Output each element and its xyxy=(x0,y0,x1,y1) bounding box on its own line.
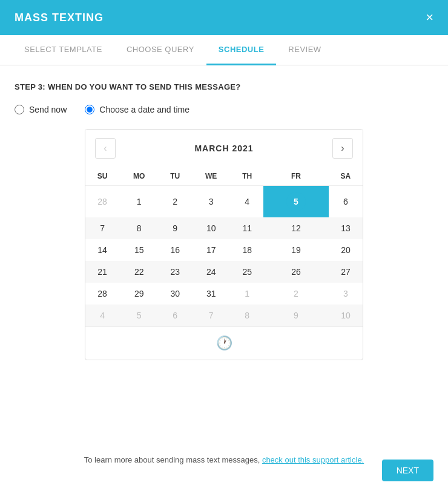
calendar-day-cell[interactable]: 18 xyxy=(231,239,263,261)
tab-select-template[interactable]: SELECT TEMPLATE xyxy=(12,35,114,65)
calendar-day-cell[interactable]: 7 xyxy=(191,305,231,326)
time-icon-row: 🕐 xyxy=(85,326,363,360)
calendar-day-cell[interactable]: 21 xyxy=(85,261,119,283)
calendar-grid: SU MO TU WE TH FR SA 2812345678910111213… xyxy=(85,167,363,326)
weekday-we: WE xyxy=(191,167,231,186)
calendar-day-cell[interactable]: 2 xyxy=(159,186,191,218)
footer-static-text: To learn more about sending mass text me… xyxy=(84,455,260,464)
calendar-day-cell[interactable]: 6 xyxy=(329,186,363,218)
choose-date-radio[interactable] xyxy=(85,105,94,114)
calendar-day-cell[interactable]: 20 xyxy=(329,239,363,261)
calendar-week-row: 45678910 xyxy=(85,305,363,326)
calendar-day-cell[interactable]: 2 xyxy=(263,283,329,305)
calendar-header: ‹ MARCH 2021 › xyxy=(85,130,363,167)
calendar-prev-button[interactable]: ‹ xyxy=(95,138,116,159)
tab-choose-query[interactable]: CHOOSE QUERY xyxy=(114,35,206,65)
calendar-day-cell[interactable]: 4 xyxy=(231,186,263,218)
calendar-day-cell[interactable]: 1 xyxy=(231,283,263,305)
calendar-next-button[interactable]: › xyxy=(332,138,353,159)
modal-title: MASS TEXTING xyxy=(15,12,104,24)
calendar-day-cell[interactable]: 26 xyxy=(263,261,329,283)
calendar-week-row: 78910111213 xyxy=(85,217,363,239)
send-now-radio[interactable] xyxy=(15,105,24,114)
calendar-week-row: 21222324252627 xyxy=(85,261,363,283)
calendar-day-cell[interactable]: 10 xyxy=(329,305,363,326)
calendar-day-cell[interactable]: 8 xyxy=(119,217,159,239)
calendar-day-cell[interactable]: 7 xyxy=(85,217,119,239)
weekday-th: TH xyxy=(231,167,263,186)
weekday-tu: TU xyxy=(159,167,191,186)
calendar-month-year: MARCH 2021 xyxy=(194,143,253,153)
calendar-day-cell[interactable]: 5 xyxy=(119,305,159,326)
send-now-label[interactable]: Send now xyxy=(15,105,67,114)
calendar-day-cell[interactable]: 15 xyxy=(119,239,159,261)
modal: MASS TEXTING × SELECT TEMPLATE CHOOSE QU… xyxy=(0,0,448,491)
tab-schedule[interactable]: SCHEDULE xyxy=(206,35,277,65)
weekday-fr: FR xyxy=(263,167,329,186)
calendar-day-cell[interactable]: 19 xyxy=(263,239,329,261)
choose-date-label[interactable]: Choose a date and time xyxy=(85,105,189,114)
selected-day: 5 xyxy=(286,192,306,211)
radio-group: Send now Choose a date and time xyxy=(15,105,433,114)
calendar-day-cell[interactable]: 6 xyxy=(159,305,191,326)
footer-text: To learn more about sending mass text me… xyxy=(15,443,433,474)
calendar-day-cell[interactable]: 25 xyxy=(231,261,263,283)
calendar-day-cell[interactable]: 28 xyxy=(85,283,119,305)
calendar-day-cell[interactable]: 1 xyxy=(119,186,159,218)
calendar-day-cell[interactable]: 3 xyxy=(191,186,231,218)
calendar-day-cell[interactable]: 14 xyxy=(85,239,119,261)
calendar-day-cell[interactable]: 29 xyxy=(119,283,159,305)
tab-review[interactable]: REVIEW xyxy=(276,35,333,65)
weekday-su: SU xyxy=(85,167,119,186)
calendar-day-cell[interactable]: 17 xyxy=(191,239,231,261)
calendar-day-cell[interactable]: 9 xyxy=(159,217,191,239)
calendar: ‹ MARCH 2021 › SU MO TU WE TH FR SA xyxy=(85,129,363,360)
weekday-mo: MO xyxy=(119,167,159,186)
calendar-day-cell[interactable]: 11 xyxy=(231,217,263,239)
calendar-day-cell[interactable]: 28 xyxy=(85,186,119,218)
calendar-day-cell[interactable]: 27 xyxy=(329,261,363,283)
calendar-week-row: 28123456 xyxy=(85,186,363,218)
support-article-link[interactable]: check out this support article. xyxy=(262,455,364,464)
calendar-day-cell[interactable]: 30 xyxy=(159,283,191,305)
calendar-day-cell[interactable]: 24 xyxy=(191,261,231,283)
modal-header: MASS TEXTING × xyxy=(0,0,448,35)
calendar-day-cell[interactable]: 8 xyxy=(231,305,263,326)
tab-bar: SELECT TEMPLATE CHOOSE QUERY SCHEDULE RE… xyxy=(0,35,448,65)
calendar-day-cell[interactable]: 10 xyxy=(191,217,231,239)
clock-icon[interactable]: 🕐 xyxy=(216,335,232,351)
calendar-day-cell[interactable]: 4 xyxy=(85,305,119,326)
step-title: STEP 3: WHEN DO YOU WANT TO SEND THIS ME… xyxy=(15,82,433,91)
calendar-day-cell[interactable]: 13 xyxy=(329,217,363,239)
calendar-day-cell[interactable]: 16 xyxy=(159,239,191,261)
calendar-day-cell[interactable]: 23 xyxy=(159,261,191,283)
calendar-day-cell[interactable]: 12 xyxy=(263,217,329,239)
calendar-day-cell[interactable]: 31 xyxy=(191,283,231,305)
close-button[interactable]: × xyxy=(426,11,433,24)
calendar-day-cell[interactable]: 9 xyxy=(263,305,329,326)
calendar-week-row: 14151617181920 xyxy=(85,239,363,261)
modal-body: STEP 3: WHEN DO YOU WANT TO SEND THIS ME… xyxy=(0,65,448,491)
calendar-week-row: 28293031123 xyxy=(85,283,363,305)
next-button[interactable]: NEXT xyxy=(382,460,433,481)
weekday-sa: SA xyxy=(329,167,363,186)
calendar-day-cell[interactable]: 3 xyxy=(329,283,363,305)
calendar-day-cell[interactable]: 5 xyxy=(263,186,329,218)
calendar-weekday-header-row: SU MO TU WE TH FR SA xyxy=(85,167,363,186)
choose-date-text: Choose a date and time xyxy=(99,105,189,114)
send-now-text: Send now xyxy=(29,105,67,114)
calendar-day-cell[interactable]: 22 xyxy=(119,261,159,283)
